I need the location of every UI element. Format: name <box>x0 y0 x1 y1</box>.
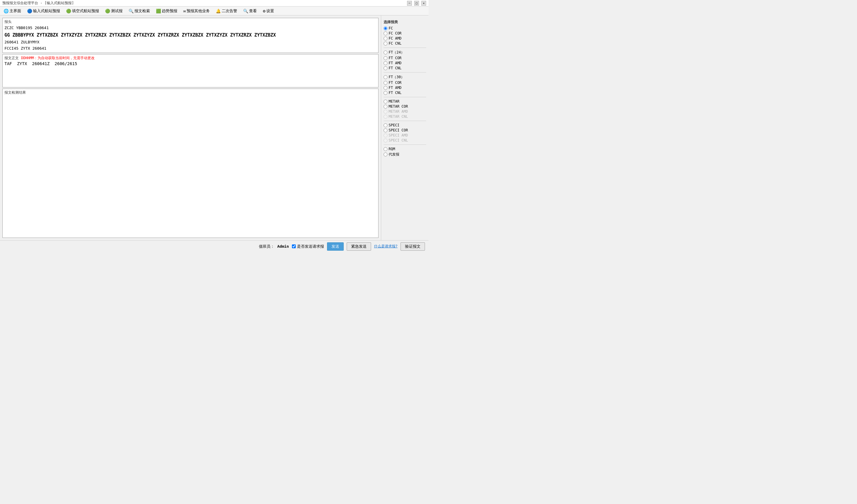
radio-fc-amd[interactable]: FC AMD <box>384 36 426 41</box>
duty-value: Admin <box>278 244 289 248</box>
radio-ft24[interactable]: FT（24） <box>384 50 426 55</box>
message-search-icon: 🔍 <box>129 8 134 13</box>
radio-ft30-cnl[interactable]: FT CNL <box>384 90 426 95</box>
ft24-group: FT（24） FT COR FT AMD FT CNL <box>384 50 426 70</box>
duty-label: 值班员： <box>259 244 274 249</box>
header-line4: FCCI45 ZYTX 260641 <box>4 46 376 52</box>
request-report-link[interactable]: 什么是请求报? <box>374 244 398 249</box>
fc-group: FC FC COR FC AMD FC CNL <box>384 26 426 46</box>
trend-icon: 🟩 <box>156 8 161 13</box>
window-controls: ─ □ ✕ <box>407 1 426 6</box>
speci-group: SPECI SPECI COR SPECI AMD SPECI CNL <box>384 123 426 143</box>
menu-test-report[interactable]: 🟢 测试报 <box>103 8 125 14</box>
radio-speci-cor[interactable]: SPECI COR <box>384 128 426 133</box>
radio-metar-amd: METAR AMD <box>384 109 426 114</box>
radio-speci[interactable]: SPECI <box>384 123 426 127</box>
radio-metar[interactable]: METAR <box>384 99 426 104</box>
menu-message-search[interactable]: 🔍 报文检索 <box>126 8 152 14</box>
menu-other-label: 预报其他业务 <box>187 8 210 14</box>
message-section: 报文正文 DDHHMM：为自动获取当前时间，无需手动更改 TAF ZYTX 26… <box>2 54 379 87</box>
test-report-icon: 🟢 <box>105 8 110 13</box>
verify-button[interactable]: 验证报文 <box>401 242 425 251</box>
menu-test-report-label: 测试报 <box>111 8 122 14</box>
header-line3: 260641 ZULBYMYX <box>4 39 376 46</box>
radio-proxy[interactable]: 代发报 <box>384 152 426 157</box>
radio-fc-cnl[interactable]: FC CNL <box>384 41 426 46</box>
menu-settings-label: 设置 <box>266 8 274 14</box>
settings-icon: ⚙ <box>263 8 265 13</box>
report-header-label: 报头 <box>4 19 376 24</box>
menu-alarm[interactable]: 🔔 二次告警 <box>213 8 239 14</box>
menu-bar: 🌐 主界面 🔵 输入式航站预报 🟢 填空式航站预报 🟢 测试报 🔍 报文检索 🟩… <box>0 6 428 15</box>
radio-ft24-cnl[interactable]: FT CNL <box>384 66 426 70</box>
ft30-group: FT（30） FT COR FT AMD FT CNL <box>384 74 426 95</box>
menu-message-search-label: 报文检索 <box>135 8 150 14</box>
other-icon: ✉ <box>183 8 186 13</box>
message-label: 报文正文 <box>4 56 19 60</box>
input-forecast-icon: 🔵 <box>27 8 32 13</box>
title-bar: 预报报文综合处理平台 - [输入式航站预报] ─ □ ✕ <box>0 0 428 6</box>
radio-ft30[interactable]: FT（30） <box>384 74 426 80</box>
radio-fc[interactable]: FC <box>384 26 426 31</box>
main-area: 报头 ZCZC YBB0195 260641 GG ZBBBYPYX ZYTXZ… <box>0 15 428 240</box>
radio-ft24-amd[interactable]: FT AMD <box>384 60 426 65</box>
radio-speci-amd: SPECI AMD <box>384 133 426 138</box>
radio-ft30-cor[interactable]: FT COR <box>384 80 426 85</box>
rqm-group: RQM 代发报 <box>384 146 426 157</box>
menu-trend-label: 趋势预报 <box>162 8 178 14</box>
bottom-bar: 值班员： Admin 是否发送请求报 发送 紧急发送 什么是请求报? 验证报文 <box>0 240 428 252</box>
send-confirm-label: 是否发送请求报 <box>297 244 324 249</box>
menu-view-label: 查看 <box>249 8 257 14</box>
report-header-section: 报头 ZCZC YBB0195 260641 GG ZBBBYPYX ZYTXZ… <box>2 18 379 53</box>
close-button[interactable]: ✕ <box>421 1 426 6</box>
home-icon: 🌐 <box>3 8 9 13</box>
minimize-button[interactable]: ─ <box>407 1 412 6</box>
send-confirm-checkbox[interactable]: 是否发送请求报 <box>292 244 324 249</box>
menu-trend-forecast[interactable]: 🟩 趋势预报 <box>154 8 180 14</box>
radio-metar-cor[interactable]: METAR COR <box>384 104 426 109</box>
header-line1: ZCZC YBB0195 260641 <box>4 25 376 31</box>
menu-home[interactable]: 🌐 主界面 <box>1 8 23 14</box>
menu-fill-forecast-label: 填空式航站预报 <box>72 8 99 14</box>
maximize-button[interactable]: □ <box>414 1 419 6</box>
menu-input-forecast-label: 输入式航站预报 <box>33 8 60 14</box>
menu-other[interactable]: ✉ 预报其他业务 <box>181 8 212 14</box>
detection-section: 报文检测结果 <box>2 89 379 238</box>
view-icon: 🔍 <box>243 8 248 13</box>
window-title: 预报报文综合处理平台 - [输入式航站预报] <box>2 1 74 6</box>
message-hint: DDHHMM：为自动获取当前时间，无需手动更改 <box>21 56 95 60</box>
radio-metar-cnl: METAR CNL <box>384 114 426 119</box>
message-textarea[interactable]: TAF ZYTX 260641Z 2606/2615 <box>4 61 376 85</box>
left-panel: 报头 ZCZC YBB0195 260641 GG ZBBBYPYX ZYTXZ… <box>0 15 381 240</box>
menu-home-label: 主界面 <box>10 8 21 14</box>
detection-label: 报文检测结果 <box>4 90 376 95</box>
radio-ft30-amd[interactable]: FT AMD <box>384 85 426 90</box>
alarm-icon: 🔔 <box>216 8 221 13</box>
menu-input-forecast[interactable]: 🔵 输入式航站预报 <box>25 8 63 14</box>
detection-content <box>4 96 376 236</box>
radio-fc-cor[interactable]: FC COR <box>384 31 426 36</box>
radio-rqm[interactable]: RQM <box>384 146 426 151</box>
report-type-title: 选择报类 <box>384 20 426 25</box>
metar-group: METAR METAR COR METAR AMD METAR CNL <box>384 99 426 119</box>
menu-settings[interactable]: ⚙ 设置 <box>261 8 276 14</box>
urgent-send-button[interactable]: 紧急发送 <box>347 242 371 251</box>
send-button[interactable]: 发送 <box>327 242 344 251</box>
menu-fill-forecast[interactable]: 🟢 填空式航站预报 <box>64 8 101 14</box>
header-line2: GG ZBBBYPYX ZYTXZBZX ZYTXZYZX ZYTXZRZX Z… <box>4 31 376 39</box>
radio-speci-cnl: SPECI CNL <box>384 138 426 143</box>
menu-alarm-label: 二次告警 <box>222 8 237 14</box>
radio-ft24-cor[interactable]: FT COR <box>384 56 426 60</box>
fill-forecast-icon: 🟢 <box>66 8 71 13</box>
menu-view[interactable]: 🔍 查看 <box>241 8 259 14</box>
right-panel: 选择报类 FC FC COR FC AMD FC CNL <box>381 15 428 240</box>
